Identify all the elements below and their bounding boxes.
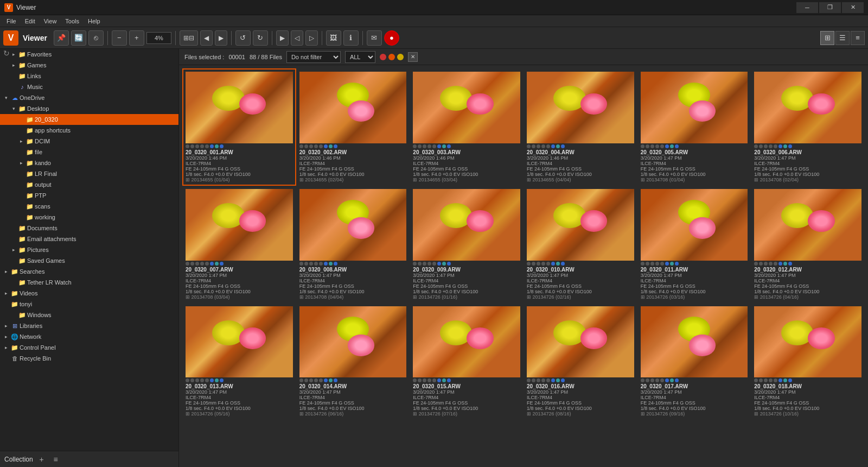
menu-view[interactable]: View (40, 17, 61, 26)
pin-button[interactable]: 📌 (54, 30, 69, 46)
slideshow-button[interactable]: ▶ (276, 30, 289, 46)
tree-item-searches[interactable]: ▸ 📁 Searches (0, 266, 178, 277)
expander-desktop[interactable]: ▾ (10, 105, 17, 112)
restore-button[interactable]: ❐ (819, 2, 841, 13)
expander-control-panel[interactable]: ▸ (2, 344, 10, 351)
refresh-button[interactable]: ↻ (3, 49, 10, 58)
notify-button[interactable]: ● (384, 30, 399, 46)
sort-dropdown[interactable]: ALL RAW JPG (345, 51, 375, 63)
photo-view-button[interactable]: 🖼 (326, 30, 341, 46)
expander-games[interactable]: ▸ (10, 61, 17, 69)
photo-lens-7: FE 24-105mm F4 G OSS (186, 283, 293, 289)
rename-button[interactable]: 🔄 (71, 30, 86, 46)
tree-item-working[interactable]: 📁 working (0, 212, 178, 223)
tree-item-app-shortcuts[interactable]: 📁 app shortcuts (0, 125, 178, 136)
tree-item-file[interactable]: 📁 file (0, 147, 178, 157)
rotate-right-button[interactable]: ↻ (253, 30, 268, 46)
photo-cell-6[interactable]: 20_0320_006.ARW 3/20/2020 1:47 PM ILCE-7… (751, 68, 865, 186)
zoom-in-button[interactable]: + (129, 30, 144, 46)
expander-network[interactable]: ▸ (2, 333, 10, 340)
filter-dropdown[interactable]: Do not filter Filter by color Filter by … (286, 51, 341, 63)
nav-prev-button[interactable]: ◀ (200, 30, 213, 46)
grid-view-button[interactable]: ⊞ (820, 31, 834, 45)
photo-cell-4[interactable]: 20_0320_004.ARW 3/20/2020 1:46 PM ILCE-7… (524, 68, 637, 186)
expander-onedrive[interactable]: ▾ (2, 94, 10, 102)
expander-favorites[interactable]: ▸ (10, 51, 17, 58)
tree-item-saved-games[interactable]: 📁 Saved Games (0, 255, 178, 266)
tree-item-tonyi[interactable]: 📁 tonyi (0, 299, 178, 310)
tree-item-libraries[interactable]: ▸ ⊞ Libraries (0, 320, 178, 331)
tree-item-links[interactable]: 📁 Links (0, 71, 178, 81)
photo-cell-3[interactable]: 20_0320_003.ARW 3/20/2020 1:46 PM ILCE-7… (410, 68, 524, 186)
tree-item-ptp[interactable]: 📁 PTP (0, 190, 178, 201)
photo-cell-17[interactable]: 20_0320_017.ARW 3/20/2020 1:47 PM ILCE-7… (637, 303, 751, 420)
tree-item-network[interactable]: ▸ 🌐 Network (0, 331, 178, 342)
tree-item-scans[interactable]: 📁 scans (0, 201, 178, 212)
rotate-left-button[interactable]: ↺ (235, 30, 251, 46)
minimize-button[interactable]: ─ (796, 2, 818, 13)
tree-item-kando[interactable]: ▸ 📁 kando (0, 157, 178, 168)
fit-button[interactable]: ⊞⊟ (180, 30, 198, 46)
tree-item-music[interactable]: ♪ Music (0, 81, 178, 92)
photo-cell-10[interactable]: 20_0320_010.ARW 3/20/2020 1:47 PM ILCE-7… (524, 186, 637, 303)
expander-pictures[interactable]: ▸ (10, 246, 17, 254)
color-dot-orange[interactable] (388, 54, 395, 60)
expander-dcim[interactable]: ▸ (17, 137, 25, 145)
photo-cell-13[interactable]: 20_0320_013.ARW 3/20/2020 1:47 PM ILCE-7… (182, 303, 296, 420)
dot-1 (413, 262, 417, 266)
photo-cell-14[interactable]: 20_0320_014.ARW 3/20/2020 1:47 PM ILCE-7… (296, 303, 410, 420)
collection-list-button[interactable]: ≡ (50, 454, 61, 465)
expander-searches[interactable]: ▸ (2, 268, 10, 275)
tree-item-recycle-bin[interactable]: 🗑 Recycle Bin (0, 353, 178, 364)
nav-forward-button[interactable]: ▷ (305, 30, 318, 46)
close-button[interactable]: ✕ (842, 2, 864, 13)
tree-item-output[interactable]: 📁 output (0, 179, 178, 190)
expander-videos[interactable]: ▸ (2, 289, 10, 297)
color-dot-red[interactable] (380, 54, 386, 60)
nav-back-button[interactable]: ◁ (291, 30, 303, 46)
tree-item-windows[interactable]: 📁 Windows (0, 310, 178, 320)
tree-item-videos[interactable]: ▸ 📁 Videos (0, 288, 178, 299)
photo-cell-11[interactable]: 20_0320_011.ARW 3/20/2020 1:47 PM ILCE-7… (637, 186, 751, 303)
tree-item-lr-final[interactable]: 📁 LR Final (0, 168, 178, 179)
info-button[interactable]: ℹ (343, 30, 359, 46)
collection-add-button[interactable]: + (36, 454, 47, 465)
menu-edit[interactable]: Edit (21, 17, 40, 26)
list-view-button[interactable]: ☰ (835, 31, 850, 45)
photo-cell-1[interactable]: 20_0320_001.ARW 3/20/2020 1:46 PM ILCE-7… (182, 68, 296, 186)
photo-cell-12[interactable]: 20_0320_012.ARW 3/20/2020 1:47 PM ILCE-7… (751, 186, 865, 303)
photo-cell-16[interactable]: 20_0320_016.ARW 3/20/2020 1:47 PM ILCE-7… (524, 303, 637, 420)
nav-next-button[interactable]: ▶ (215, 30, 227, 46)
photo-cell-2[interactable]: 20_0320_002.ARW 3/20/2020 1:46 PM ILCE-7… (296, 68, 410, 186)
tree-item-games[interactable]: ▸ 📁 Games (0, 60, 178, 71)
tree-item-control-panel[interactable]: ▸ 📁 Control Panel (0, 342, 178, 353)
tree-item-desktop[interactable]: ▾ 📁 Desktop (0, 103, 178, 114)
menu-help[interactable]: Help (84, 17, 105, 26)
color-dot-yellow[interactable] (397, 54, 404, 60)
menu-file[interactable]: File (2, 17, 21, 26)
tree-item-email-attachments[interactable]: 📁 Email attachments (0, 234, 178, 244)
photo-cell-15[interactable]: 20_0320_015.ARW 3/20/2020 1:47 PM ILCE-7… (410, 303, 524, 420)
tree-item-documents[interactable]: 📁 Documents (0, 223, 178, 234)
tree-item-onedrive[interactable]: ▾ ☁ OneDrive (0, 92, 178, 103)
menu-tools[interactable]: Tools (61, 17, 84, 26)
zoom-input[interactable] (146, 32, 171, 44)
dot-4 (314, 378, 318, 382)
tree-item-dcim[interactable]: ▸ 📁 DCIM (0, 136, 178, 147)
export-button[interactable]: ⎋ (88, 30, 104, 46)
close-filter-button[interactable]: ✕ (408, 52, 418, 62)
photo-cell-9[interactable]: 20_0320_009.ARW 3/20/2020 1:47 PM ILCE-7… (410, 186, 524, 303)
mail-button[interactable]: ✉ (367, 30, 382, 46)
tree-item-20-0320[interactable]: 📁 20_0320 (0, 114, 178, 125)
photo-cell-8[interactable]: 20_0320_008.ARW 3/20/2020 1:47 PM ILCE-7… (296, 186, 410, 303)
tree-item-pictures[interactable]: ▸ 📁 Pictures (0, 244, 178, 255)
photo-cell-18[interactable]: 20_0320_018.ARW 3/20/2020 1:47 PM ILCE-7… (751, 303, 865, 420)
photo-cell-7[interactable]: 20_0320_007.ARW 3/20/2020 1:47 PM ILCE-7… (182, 186, 296, 303)
detail-view-button[interactable]: ≡ (851, 31, 865, 45)
tree-item-favorites[interactable]: ▸ 📁 Favorites (0, 49, 178, 60)
zoom-out-button[interactable]: − (112, 30, 127, 46)
expander-kando[interactable]: ▸ (17, 159, 25, 167)
expander-libraries[interactable]: ▸ (2, 322, 10, 330)
tree-item-tether-lr[interactable]: 📁 Tether LR Watch (0, 277, 178, 288)
photo-cell-5[interactable]: 20_0320_005.ARW 3/20/2020 1:47 PM ILCE-7… (637, 68, 751, 186)
